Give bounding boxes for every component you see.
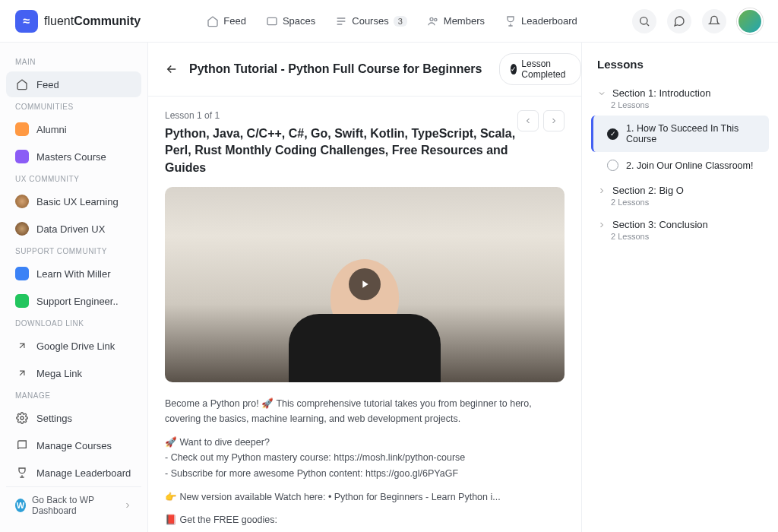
- nav-spaces[interactable]: Spaces: [266, 15, 315, 27]
- section-name: Section 2: Big O: [612, 185, 684, 196]
- sidebar-label-manage: MANAGE: [6, 387, 141, 404]
- community-icon: [15, 122, 29, 136]
- section-1[interactable]: Section 1: Introduction 2 Lessons: [591, 81, 769, 116]
- back-to-wp[interactable]: W Go Back to WP Dashboard: [6, 486, 141, 524]
- svg-point-2: [434, 18, 436, 21]
- sidebar-item-label: Mega Link: [36, 368, 82, 379]
- nav-members-label: Members: [444, 15, 485, 27]
- sidebar-item-gdrive[interactable]: Google Drive Link: [6, 333, 141, 359]
- sidebar-item-label: Data Driven UX: [36, 223, 105, 235]
- next-lesson-button[interactable]: [543, 110, 565, 131]
- trophy-icon: [15, 466, 29, 480]
- sidebar-item-data-ux[interactable]: Data Driven UX: [6, 216, 141, 242]
- community-icon: [15, 150, 29, 163]
- external-link-icon: [15, 339, 29, 353]
- back-button[interactable]: [165, 62, 179, 76]
- section-count: 2 Lessons: [611, 100, 763, 109]
- chevron-right-icon: [597, 186, 606, 195]
- chat-icon: [673, 15, 685, 27]
- svg-point-1: [430, 17, 433, 21]
- check-icon: ✓: [607, 128, 618, 140]
- user-avatar[interactable]: [737, 8, 763, 34]
- sidebar-item-label: Settings: [36, 413, 72, 424]
- members-icon: [427, 15, 439, 27]
- sidebar-item-label: Support Engineer..: [36, 296, 119, 307]
- sidebar-item-alumni[interactable]: Alumni: [6, 116, 141, 142]
- leaderboard-icon: [504, 15, 517, 27]
- lessons-panel-title: Lessons: [591, 55, 769, 81]
- section-3[interactable]: Section 3: Conclusion 2 Lessons: [591, 213, 769, 247]
- prev-lesson-button[interactable]: [517, 110, 539, 131]
- top-actions: [632, 8, 763, 34]
- home-icon: [15, 78, 29, 91]
- brand-logo-icon: ≈: [15, 10, 38, 33]
- sidebar-item-label: Basic UX Learning: [36, 196, 119, 207]
- sidebar: MAIN Feed COMMUNITIES Alumni Masters Cou…: [0, 43, 148, 532]
- video-player[interactable]: [165, 187, 565, 382]
- lesson-row-label: 1. How To Succeed In This Course: [626, 123, 763, 144]
- video-thumbnail: [289, 245, 441, 382]
- svg-point-3: [640, 17, 647, 24]
- topbar: ≈ fluentCommunity Feed Spaces Courses 3 …: [0, 0, 778, 43]
- lessons-panel: Lessons Section 1: Introduction 2 Lesson…: [582, 43, 778, 532]
- sidebar-label-ux: UX COMMUNITY: [6, 170, 141, 188]
- sidebar-item-label: Masters Course: [36, 151, 106, 163]
- sidebar-item-support-eng[interactable]: Support Engineer..: [6, 288, 141, 314]
- sidebar-item-feed[interactable]: Feed: [6, 71, 141, 97]
- lesson-title: Python Tutorial - Python Full Course for…: [189, 62, 482, 76]
- section-count: 2 Lessons: [611, 232, 763, 241]
- avatar-icon: [15, 195, 29, 208]
- sidebar-item-learn-miller[interactable]: Learn With Miller: [6, 261, 141, 287]
- section-2[interactable]: Section 2: Big O 2 Lessons: [591, 179, 769, 213]
- sidebar-item-settings[interactable]: Settings: [6, 405, 141, 431]
- lesson-subtitle: Python, Java, C/C++, C#, Go, Swift, Kotl…: [165, 125, 530, 176]
- nav-feed[interactable]: Feed: [207, 15, 246, 27]
- search-icon: [638, 15, 650, 27]
- back-to-wp-label: Go Back to WP Dashboard: [32, 495, 117, 516]
- community-icon: [15, 267, 29, 280]
- nav-leaderboard[interactable]: Leaderboard: [504, 15, 577, 27]
- chat-button[interactable]: [667, 9, 691, 33]
- sidebar-label-main: MAIN: [6, 53, 141, 71]
- section-count: 2 Lessons: [611, 198, 763, 207]
- sidebar-item-mega[interactable]: Mega Link: [6, 360, 141, 386]
- lesson-description: Become a Python pro! 🚀 This comprehensiv…: [165, 396, 565, 532]
- sidebar-item-label: Manage Courses: [36, 440, 112, 451]
- sidebar-item-manage-leaderboard[interactable]: Manage Leaderboard: [6, 460, 141, 486]
- spaces-icon: [266, 15, 278, 27]
- brand-text: fluentCommunity: [44, 14, 141, 28]
- sidebar-label-communities: COMMUNITIES: [6, 98, 141, 116]
- sidebar-item-manage-courses[interactable]: Manage Courses: [6, 432, 141, 458]
- sidebar-item-masters[interactable]: Masters Course: [6, 144, 141, 169]
- sidebar-label-download: DOWNLOAD LINK: [6, 315, 141, 332]
- top-navigation: Feed Spaces Courses 3 Members Leaderboar…: [207, 15, 577, 27]
- nav-spaces-label: Spaces: [283, 15, 315, 27]
- chevron-right-icon: [597, 220, 606, 230]
- lesson-completed-toggle[interactable]: ✓ Lesson Completed: [499, 53, 581, 85]
- wordpress-icon: W: [15, 499, 26, 512]
- sidebar-item-basic-ux[interactable]: Basic UX Learning: [6, 188, 141, 214]
- book-icon: [15, 439, 29, 452]
- sidebar-item-label: Manage Leaderboard: [36, 467, 131, 479]
- community-icon: [15, 294, 29, 308]
- nav-members[interactable]: Members: [427, 15, 485, 27]
- lesson-header: Python Tutorial - Python Full Course for…: [148, 43, 581, 97]
- lesson-row-1[interactable]: ✓ 1. How To Succeed In This Course: [591, 116, 769, 152]
- chevron-right-icon: [123, 501, 132, 510]
- notifications-button[interactable]: [702, 9, 726, 33]
- avatar-icon: [15, 222, 29, 236]
- brand[interactable]: ≈ fluentCommunity: [15, 10, 152, 33]
- sidebar-item-label: Google Drive Link: [36, 340, 115, 352]
- bell-icon: [708, 15, 720, 27]
- sidebar-item-label: Learn With Miller: [36, 268, 111, 280]
- lesson-row-2[interactable]: 2. Join Our Online Classroom!: [591, 152, 769, 179]
- svg-point-4: [21, 416, 24, 420]
- home-icon: [207, 15, 219, 27]
- nav-feed-label: Feed: [223, 15, 246, 27]
- svg-rect-0: [267, 17, 277, 24]
- lesson-pane: Python Tutorial - Python Full Course for…: [148, 43, 582, 532]
- sidebar-label-support: SUPPORT COMMUNITY: [6, 242, 141, 260]
- courses-icon: [335, 15, 347, 27]
- nav-courses[interactable]: Courses 3: [335, 15, 407, 27]
- search-button[interactable]: [632, 9, 656, 33]
